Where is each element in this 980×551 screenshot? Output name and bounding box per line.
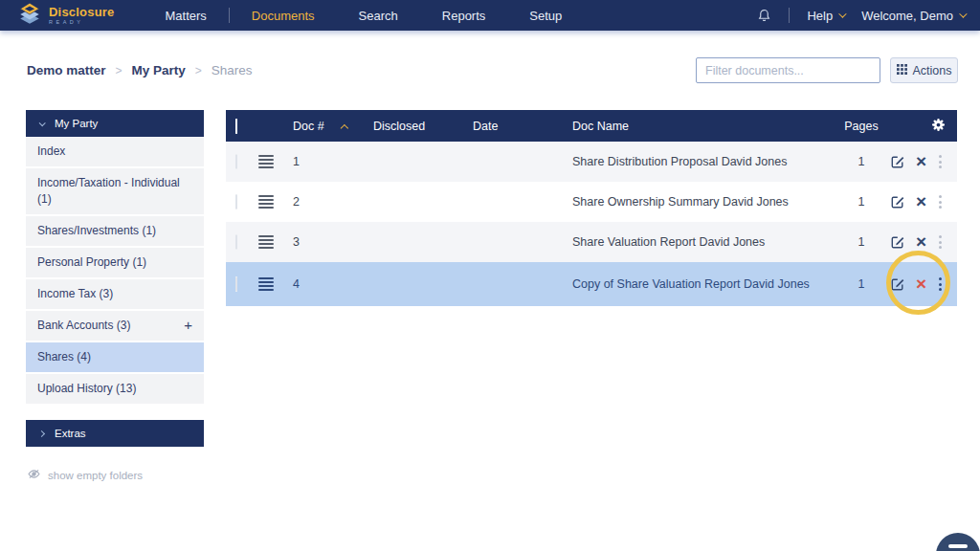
edit-document-icon[interactable]	[890, 194, 905, 209]
filter-documents-input[interactable]	[696, 57, 880, 83]
table-row[interactable]: 4Copy of Share Valuation Report David Jo…	[226, 262, 957, 306]
welcome-label: Welcome, Demo	[861, 9, 953, 23]
nav-divider	[789, 8, 790, 23]
chat-icon	[948, 544, 968, 548]
breadcrumb-separator: >	[116, 64, 122, 77]
edit-document-icon[interactable]	[890, 154, 905, 169]
table-row[interactable]: 2Share Ownership Summary David Jones1×	[226, 182, 957, 222]
edit-document-icon[interactable]	[890, 276, 905, 292]
delete-document-icon[interactable]: ×	[916, 234, 926, 250]
nav-item-reports[interactable]: Reports	[420, 9, 508, 23]
sidebar-item-income-tax-3[interactable]: Income Tax (3)	[26, 279, 204, 311]
top-navigation: Disclosure READY MattersDocumentsSearchR…	[0, 0, 980, 31]
breadcrumb-item-shares: Shares	[212, 63, 253, 77]
doc-number-column-header[interactable]: Doc #	[293, 120, 373, 133]
sidebar-item-shares-investments-1[interactable]: Shares/Investments (1)	[26, 216, 204, 248]
pages-cell: 1	[833, 277, 890, 291]
nav-item-setup[interactable]: Setup	[507, 9, 584, 23]
help-label: Help	[807, 9, 833, 23]
date-column-header[interactable]: Date	[473, 120, 572, 133]
folder-label: Index	[37, 143, 65, 160]
row-menu-kebab-icon[interactable]	[937, 233, 944, 251]
notifications-bell-icon[interactable]	[757, 8, 771, 23]
actions-button[interactable]: Actions	[890, 57, 958, 83]
nav-item-matters[interactable]: Matters	[143, 9, 228, 23]
user-menu[interactable]: Welcome, Demo	[861, 9, 965, 23]
chat-float-button[interactable]	[936, 533, 980, 551]
sidebar-section-extras[interactable]: Extras	[26, 420, 204, 447]
row-checkbox[interactable]	[235, 154, 237, 169]
edit-document-icon[interactable]	[890, 234, 905, 250]
doc-name-cell[interactable]: Share Valuation Report David Jones	[572, 234, 833, 251]
doc-number-header-label: Doc #	[293, 120, 324, 133]
show-empty-folders-toggle[interactable]: show empty folders	[26, 469, 204, 481]
documents-table: Doc # Disclosed Date Doc Name Pages	[226, 110, 957, 306]
nav-item-documents[interactable]: Documents	[230, 9, 337, 23]
chevron-down-icon	[959, 10, 967, 17]
sidebar-item-upload-history-13[interactable]: Upload History (13)	[26, 374, 204, 406]
sidebar-item-shares-4[interactable]: Shares (4)	[26, 342, 204, 374]
column-settings[interactable]	[890, 118, 957, 135]
breadcrumb-item-my-party[interactable]: My Party	[132, 63, 186, 77]
sidebar-item-index[interactable]: Index	[26, 137, 204, 168]
brand-subtitle: READY	[49, 20, 114, 26]
drag-handle-icon[interactable]	[258, 155, 274, 167]
row-checkbox[interactable]	[235, 276, 237, 292]
section-label: Extras	[55, 428, 86, 439]
sidebar-section-my-party[interactable]: My Party	[26, 110, 204, 137]
pages-cell: 1	[833, 235, 890, 249]
folder-sidebar: My Party IndexIncome/Taxation - Individu…	[26, 110, 204, 481]
row-menu-kebab-icon[interactable]	[937, 153, 944, 170]
table-row[interactable]: 3Share Valuation Report David Jones1×	[226, 222, 957, 262]
breadcrumb-item-demo-matter[interactable]: Demo matter	[27, 63, 106, 77]
brand-logo[interactable]: Disclosure READY	[17, 2, 114, 29]
grid-icon	[897, 64, 907, 77]
gear-icon	[931, 118, 946, 135]
row-checkbox[interactable]	[235, 194, 237, 209]
doc-number-cell: 4	[293, 277, 373, 291]
disclosed-column-header[interactable]: Disclosed	[373, 120, 473, 133]
show-empty-folders-label: show empty folders	[48, 470, 143, 481]
sidebar-item-personal-property-1[interactable]: Personal Property (1)	[26, 248, 204, 279]
pages-cell: 1	[833, 195, 890, 209]
doc-number-cell: 2	[293, 195, 373, 209]
primary-nav: MattersDocumentsSearchReportsSetup	[143, 8, 584, 23]
folder-label: Income Tax (3)	[37, 286, 113, 302]
chevron-down-icon	[838, 10, 846, 17]
doc-number-cell: 3	[293, 235, 373, 249]
chevron-right-icon	[38, 430, 45, 436]
layers-logo-icon	[17, 2, 42, 29]
row-menu-kebab-icon[interactable]	[937, 276, 944, 293]
select-all-checkbox[interactable]	[235, 119, 237, 134]
folder-list: IndexIncome/Taxation - Individual (1)Sha…	[26, 137, 204, 406]
row-menu-kebab-icon[interactable]	[937, 193, 944, 210]
sidebar-item-income-taxation-individual-1[interactable]: Income/Taxation - Individual (1)	[26, 168, 204, 216]
delete-document-icon[interactable]: ×	[916, 154, 926, 169]
doc-name-cell[interactable]: Copy of Share Valuation Report David Jon…	[572, 276, 833, 293]
drag-handle-icon[interactable]	[258, 277, 274, 290]
brand-title: Disclosure	[49, 6, 114, 18]
breadcrumb-separator: >	[195, 64, 202, 77]
doc-name-column-header[interactable]: Doc Name	[572, 120, 833, 133]
actions-label: Actions	[913, 64, 952, 77]
row-checkbox[interactable]	[235, 234, 237, 250]
breadcrumb: Demo matter>My Party>Shares	[27, 63, 253, 77]
folder-label: Personal Property (1)	[37, 254, 146, 271]
delete-document-icon[interactable]: ×	[916, 276, 926, 292]
table-row[interactable]: 1Share Distribution Proposal David Jones…	[226, 142, 957, 182]
table-body: 1Share Distribution Proposal David Jones…	[226, 142, 957, 306]
drag-handle-icon[interactable]	[258, 195, 274, 208]
sidebar-item-bank-accounts-3[interactable]: Bank Accounts (3)+	[26, 311, 204, 342]
chevron-down-icon	[39, 120, 46, 126]
folder-label: Bank Accounts (3)	[37, 318, 130, 334]
drag-handle-icon[interactable]	[258, 235, 274, 248]
doc-name-cell[interactable]: Share Distribution Proposal David Jones	[572, 154, 833, 170]
doc-name-cell[interactable]: Share Ownership Summary David Jones	[572, 194, 833, 210]
pages-column-header[interactable]: Pages	[833, 120, 890, 133]
add-folder-icon[interactable]: +	[184, 318, 194, 332]
nav-item-search[interactable]: Search	[337, 9, 420, 23]
delete-document-icon[interactable]: ×	[916, 194, 926, 209]
help-menu[interactable]: Help	[807, 9, 844, 23]
table-header: Doc # Disclosed Date Doc Name Pages	[226, 110, 957, 142]
folder-label: Upload History (13)	[37, 381, 136, 397]
